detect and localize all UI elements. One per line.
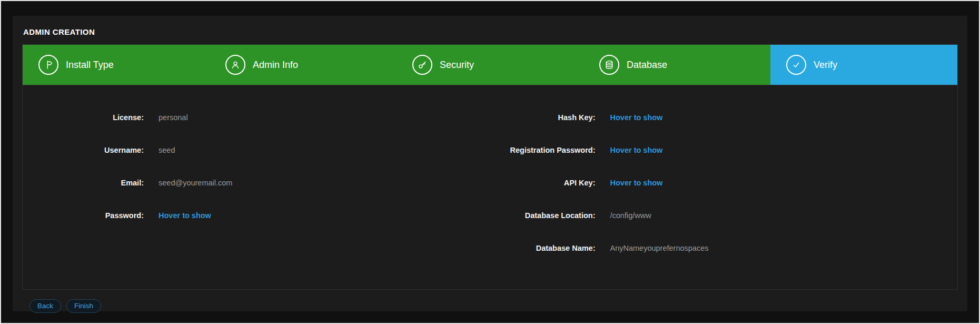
step-label-database: Database [627,60,667,71]
field-value-password-hover-to-show[interactable]: Hover to show [159,211,490,220]
field-row-database-name: Database Name: AnyNameyouprefernospaces [490,232,958,264]
field-value-database-location: /config/www [610,211,958,220]
verify-left-column: License: personal Username: seed Email: … [23,101,490,289]
step-security[interactable]: Security [397,45,583,85]
field-row-email: Email: seed@youremail.com [23,166,490,199]
finish-button[interactable]: Finish [66,299,101,313]
field-label-database-location: Database Location: [490,211,596,220]
field-row-password: Password: Hover to show [23,199,490,232]
field-row-registration-password: Registration Password: Hover to show [490,134,958,166]
back-button[interactable]: Back [29,299,61,313]
field-label-registration-password: Registration Password: [490,146,596,154]
field-label-password: Password: [23,211,144,220]
field-row-database-location: Database Location: /config/www [490,199,958,232]
step-install-type[interactable]: Install Type [23,45,210,85]
field-row-api-key: API Key: Hover to show [490,166,958,199]
step-label-install-type: Install Type [66,60,114,71]
wizard-footer: Back Finish [29,299,958,313]
step-admin-info[interactable]: Admin Info [210,45,397,85]
field-value-registration-password-hover-to-show[interactable]: Hover to show [610,146,958,154]
field-label-username: Username: [23,146,144,154]
step-verify[interactable]: Verify [770,45,957,85]
step-label-admin-info: Admin Info [253,60,298,71]
verify-right-column: Hash Key: Hover to show Registration Pas… [490,101,958,289]
field-row-hash-key: Hash Key: Hover to show [490,101,958,134]
field-label-license: License: [23,113,144,122]
field-value-hash-key-hover-to-show[interactable]: Hover to show [610,113,958,122]
field-value-database-name: AnyNameyouprefernospaces [610,244,958,252]
field-row-username: Username: seed [23,134,490,166]
admin-creation-card: ADMIN CREATION Install Type Admin Info S… [13,16,967,311]
field-value-api-key-hover-to-show[interactable]: Hover to show [610,179,958,187]
field-label-database-name: Database Name: [490,244,596,252]
page-title: ADMIN CREATION [23,27,958,36]
setup-wizard: Install Type Admin Info Security Databas… [22,44,958,290]
field-label-email: Email: [23,179,144,187]
field-value-email: seed@youremail.com [159,179,490,187]
step-label-verify: Verify [814,60,837,71]
field-label-hash-key: Hash Key: [490,113,596,122]
signpost-icon [38,55,58,75]
field-value-license: personal [159,113,490,122]
step-database[interactable]: Database [583,45,770,85]
field-value-username: seed [159,146,490,154]
step-label-security: Security [440,60,474,71]
person-icon [225,55,245,75]
field-label-api-key: API Key: [490,179,596,187]
verify-summary-panel: License: personal Username: seed Email: … [23,85,957,289]
check-icon [786,55,806,75]
key-icon [412,55,432,75]
field-row-license: License: personal [23,101,490,134]
wizard-stepper: Install Type Admin Info Security Databas… [23,45,957,85]
database-icon [599,55,619,75]
